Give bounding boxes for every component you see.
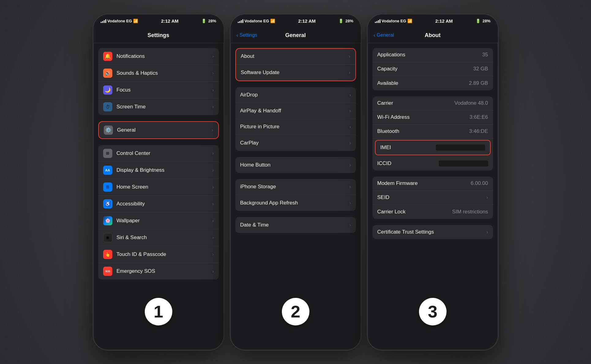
info-row-seid[interactable]: SEID › [372,191,493,205]
wifi-label-info: Wi-Fi Address [377,114,410,120]
back-button-3[interactable]: ‹ General [374,32,394,39]
list-item-iphone-storage[interactable]: iPhone Storage › [235,179,356,195]
about-label: About [241,53,349,59]
pip-label: Picture in Picture [240,124,350,130]
chevron-icon: › [212,167,214,173]
list-item-home-button[interactable]: Home Button › [235,157,356,173]
list-item-datetime[interactable]: Date & Time › [235,217,356,233]
about-group: About › Software Update › [235,48,356,81]
iphone-storage-label: iPhone Storage [240,184,350,190]
chevron-icon: › [349,162,351,168]
phone-3: Vodafone EG 📶 2:12 AM 🔋 28% ‹ General Ab… [367,14,499,351]
list-item-general[interactable]: ⚙️ General › [99,122,218,138]
capacity-value: 32 GB [473,66,488,72]
list-item-focus[interactable]: 🌙 Focus › [98,82,219,99]
info-row-capacity: Capacity 32 GB [372,62,493,76]
back-label-2: Settings [240,32,257,38]
info-row-wifi: Wi-Fi Address 3:6E:E6 [372,111,493,125]
status-carrier-3: Vodafone EG 📶 [375,19,413,23]
focus-icon: 🌙 [103,85,112,95]
list-item-home-screen[interactable]: ⊞ Home Screen › [98,179,219,196]
info-row-iccid: ICCID ████████████ [372,156,493,171]
signal-icon-3 [375,19,380,23]
status-time-2: 2:12 AM [298,18,316,24]
list-item-airplay[interactable]: AirPlay & Handoff › [235,103,356,119]
list-item-wallpaper[interactable]: 🌸 Wallpaper › [98,212,219,229]
chevron-icon: › [486,229,488,235]
emergency-sos-icon: SOS [103,267,112,276]
imei-highlight-container: IMEI ████████████ [375,140,491,155]
home-screen-label: Home Screen [117,184,212,190]
list-item-background-app[interactable]: Background App Refresh › [235,195,356,211]
info-group-2: Carrier Vodafone 48.0 Wi-Fi Address 3:6E… [372,96,493,171]
status-bar-3: Vodafone EG 📶 2:12 AM 🔋 28% [368,14,498,28]
phone-1: Vodafone EG 📶 2:12 AM 🔋 28% Settings 🔔 N… [93,14,224,351]
battery-icon-1: 🔋 [201,19,206,23]
nav-bar-2: ‹ Settings General [230,28,361,43]
status-carrier-1: Vodafone EG 📶 [101,19,138,23]
datetime-label: Date & Time [240,222,350,228]
general-label: General [117,127,212,133]
battery-icon-2: 🔋 [339,19,343,23]
status-time-1: 2:12 AM [161,18,178,24]
list-item-siri[interactable]: ◉ Siri & Search › [98,229,219,246]
notifications-icon: 🔔 [103,52,112,61]
chevron-icon: › [212,218,214,223]
list-item-airdrop[interactable]: AirDrop › [235,87,356,103]
carrier-label-info: Carrier [377,100,393,106]
carplay-label: CarPlay [240,140,350,146]
back-button-2[interactable]: ‹ Settings [237,32,257,39]
info-row-carrier: Carrier Vodafone 48.0 [372,96,493,111]
list-item-screen-time[interactable]: ⏱ Screen Time › [98,99,219,115]
list-item-accessibility[interactable]: ♿ Accessibility › [98,196,219,212]
list-item-carplay[interactable]: CarPlay › [235,135,356,151]
chevron-icon: › [212,235,214,240]
iccid-label: ICCID [377,160,391,167]
list-item-pip[interactable]: Picture in Picture › [235,119,356,135]
bluetooth-label: Bluetooth [377,128,399,134]
list-item-sounds[interactable]: 🔊 Sounds & Haptics › [98,65,219,82]
nav-bar-3: ‹ General About [368,28,498,43]
settings-group-more: ⊞ Control Center › AA Display & Brightne… [98,145,219,280]
carrier-label-2: Vodafone EG [245,19,269,23]
info-row-bluetooth: Bluetooth 3:46:DE [372,125,493,139]
siri-label: Siri & Search [117,235,212,241]
list-item-notifications[interactable]: 🔔 Notifications › [98,48,219,65]
page-title-1: Settings [148,32,169,39]
emergency-sos-label: Emergency SOS [117,268,212,274]
software-update-label: Software Update [241,69,349,76]
iccid-value: ████████████ [439,160,488,167]
info-row-available: Available 2.89 GB [372,76,493,90]
chevron-icon: › [349,92,351,98]
wallpaper-icon: 🌸 [103,216,112,225]
sounds-label: Sounds & Haptics [117,70,212,76]
chevron-icon: › [349,184,351,190]
page-title-2: General [285,32,306,39]
list-item-software-update[interactable]: Software Update › [236,65,355,81]
notifications-label: Notifications [117,53,212,59]
status-battery-1: 🔋 28% [201,19,216,23]
imei-value: ████████████ [436,144,485,151]
list-item-display[interactable]: AA Display & Brightness › [98,162,219,179]
battery-icon-3: 🔋 [476,19,481,23]
list-item-control-center[interactable]: ⊞ Control Center › [98,145,219,162]
wifi-icon-2: 📶 [270,19,275,23]
status-bar-1: Vodafone EG 📶 2:12 AM 🔋 28% [93,14,224,28]
back-chevron-icon-3: ‹ [374,32,376,39]
home-button-label: Home Button [240,162,350,168]
screen-time-icon: ⏱ [103,102,112,111]
chevron-icon: › [349,108,351,114]
focus-label: Focus [117,87,212,93]
touchid-label: Touch ID & Passcode [117,251,212,257]
info-row-imei: IMEI ████████████ [376,141,490,155]
list-item-about[interactable]: About › [236,49,355,65]
accessibility-label: Accessibility [117,201,212,207]
control-center-icon: ⊞ [103,149,112,158]
list-item-emergency-sos[interactable]: SOS Emergency SOS › [98,263,219,280]
chevron-icon: › [349,70,350,75]
list-item-touchid[interactable]: 👆 Touch ID & Passcode › [98,246,219,263]
datetime-group: Date & Time › [235,217,356,233]
info-row-cert[interactable]: Certificate Trust Settings › [372,225,493,239]
sounds-icon: 🔊 [103,69,112,78]
carrier-lock-label: Carrier Lock [377,209,406,215]
